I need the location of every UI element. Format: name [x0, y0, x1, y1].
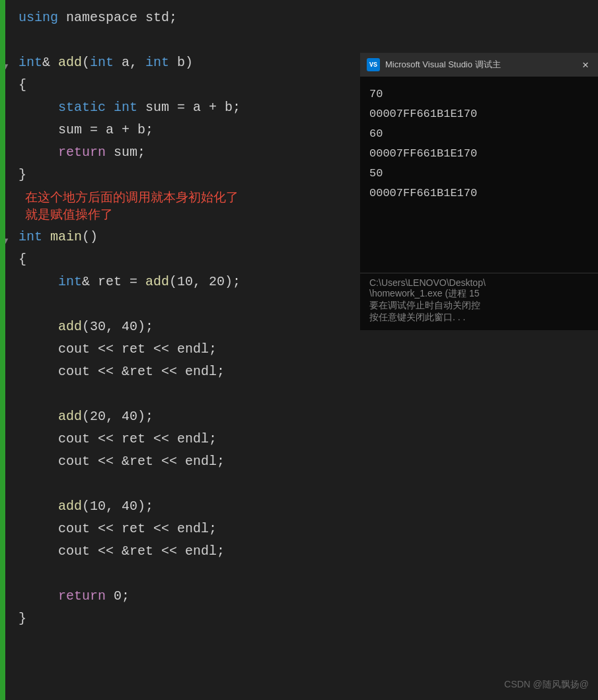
close-icon[interactable]: ✕	[579, 58, 591, 71]
code-line-21	[5, 473, 598, 495]
code-editor: using namespace std; ▼ int& add(int a, i…	[5, 0, 598, 700]
debug-terminal: VS Microsoft Visual Studio 调试主 ✕ 70 0000…	[360, 53, 598, 330]
footer-line-1: C:\Users\LENOVO\Desktop\	[369, 277, 589, 288]
code-line-19: cout << ret << endl;	[5, 428, 598, 450]
code-line-2	[5, 29, 598, 52]
debug-terminal-header: VS Microsoft Visual Studio 调试主 ✕	[360, 53, 598, 77]
left-bar	[0, 0, 5, 700]
output-line-2: 00007FF661B1E170	[369, 104, 589, 124]
code-line-24: cout << &ret << endl;	[5, 540, 598, 563]
output-line-4: 00007FF661B1E170	[369, 144, 589, 164]
code-line-16: cout << &ret << endl;	[5, 361, 598, 383]
footer-line-4: 按任意键关闭此窗口. . .	[369, 312, 589, 324]
code-line-23: cout << ret << endl;	[5, 518, 598, 540]
output-line-5: 50	[369, 164, 589, 184]
debug-footer: C:\Users\LENOVO\Desktop\ \homework_1.exe…	[360, 273, 598, 330]
debug-terminal-title: Microsoft Visual Studio 调试主	[385, 59, 574, 71]
debug-output: 70 00007FF661B1E170 60 00007FF661B1E170 …	[360, 77, 598, 273]
code-line-20: cout << &ret << endl;	[5, 450, 598, 473]
output-line-3: 60	[369, 124, 589, 144]
output-line-6: 00007FF661B1E170	[369, 184, 589, 203]
code-line-17	[5, 383, 598, 405]
code-line-26: return 0;	[5, 585, 598, 608]
vs-icon: VS	[367, 58, 380, 71]
footer-line-2: \homework_1.exe (进程 15	[369, 288, 589, 300]
watermark: CSDN @随风飘扬@	[504, 679, 589, 691]
code-line-25	[5, 563, 598, 585]
keyword-using: using	[19, 8, 58, 28]
code-line-15: cout << ret << endl;	[5, 338, 598, 361]
main-container: using namespace std; ▼ int& add(int a, i…	[0, 0, 598, 700]
footer-line-3: 要在调试停止时自动关闭控	[369, 300, 589, 312]
output-line-1: 70	[369, 85, 589, 104]
code-line-27: }	[5, 608, 598, 630]
code-line-18: add(20, 40);	[5, 405, 598, 428]
code-line-1: using namespace std;	[5, 7, 598, 29]
code-line-22: add(10, 40);	[5, 495, 598, 518]
